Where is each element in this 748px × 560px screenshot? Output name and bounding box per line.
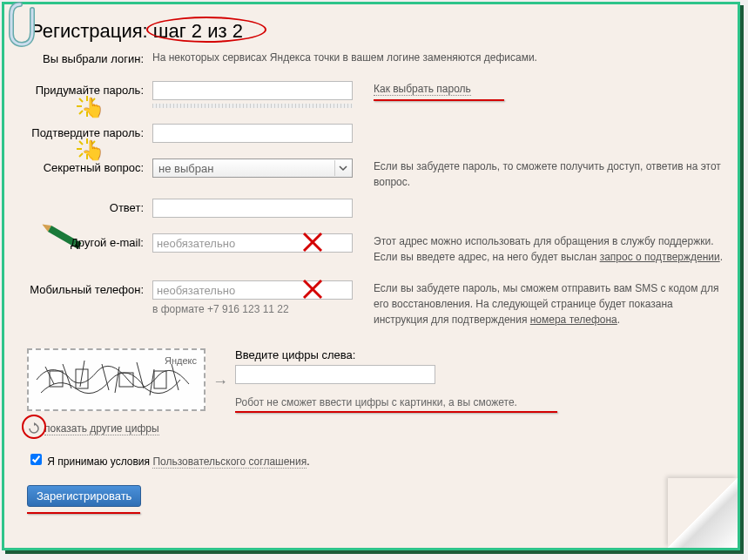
password-label: Придумайте пароль: — [15, 81, 152, 97]
login-label: Вы выбрали логин: — [15, 50, 152, 65]
password-input[interactable] — [152, 81, 353, 100]
arrow-right-icon: → — [212, 373, 228, 391]
svg-line-4 — [79, 98, 83, 102]
captcha-input[interactable] — [235, 365, 435, 384]
svg-line-6 — [79, 111, 83, 114]
email-input[interactable] — [152, 233, 353, 253]
secret-label: Секретный вопрос: — [15, 159, 152, 174]
login-note: На некоторых сервисах Яндекса точки в ва… — [152, 50, 727, 65]
svg-line-13 — [91, 153, 95, 157]
phone-note: Если вы забудете пароль, мы сможем отпра… — [360, 280, 727, 327]
page-curl-decoration — [668, 478, 738, 548]
submit-button[interactable]: Зарегистрировать — [27, 485, 141, 507]
email-note: Этот адрес можно использовать для обраще… — [360, 233, 727, 265]
svg-line-14 — [79, 153, 83, 157]
secret-question-select[interactable]: не выбран — [152, 159, 353, 178]
answer-label: Ответ: — [15, 199, 152, 214]
confirm-input[interactable] — [152, 124, 353, 143]
password-tip-link[interactable]: Как выбрать пароль — [374, 83, 471, 96]
email-confirm-link[interactable]: запрос о подтверждении — [600, 251, 720, 263]
captcha-refresh-link[interactable]: показать другие цифры — [44, 422, 159, 435]
highlight-underline — [374, 99, 504, 101]
svg-marker-16 — [40, 221, 51, 232]
secret-note: Если вы забудете пароль, то сможете полу… — [360, 159, 727, 190]
phone-label: Мобильный телефон: — [15, 280, 152, 296]
tos-link[interactable]: Пользовательского соглашения — [152, 455, 307, 469]
confirm-label: Подтвердите пароль: — [15, 124, 152, 139]
highlight-underline — [27, 512, 140, 514]
pointer-hand-icon: 👆 — [81, 97, 104, 119]
page-title: Регистрация: шаг 2 из 2 — [30, 20, 738, 43]
svg-rect-25 — [119, 373, 133, 387]
click-burst-icon — [74, 93, 100, 119]
refresh-icon — [27, 422, 41, 435]
highlight-underline — [235, 411, 557, 413]
svg-line-7 — [91, 98, 95, 102]
tos-text: Я принимаю условия — [47, 455, 152, 468]
answer-input[interactable] — [152, 199, 353, 218]
captcha-hint: Робот не сможет ввести цифры с картинки,… — [235, 396, 727, 408]
svg-line-15 — [91, 141, 95, 145]
phone-confirm-link[interactable]: номера телефона — [530, 314, 617, 326]
password-strength-meter — [152, 104, 353, 108]
paperclip-icon — [3, 0, 41, 51]
svg-line-12 — [79, 141, 83, 145]
phone-input[interactable] — [152, 280, 353, 300]
email-label: Другой e-mail: — [15, 233, 152, 249]
captcha-image: Яндекс — [27, 348, 206, 411]
phone-hint: в формате +7 916 123 11 22 — [152, 303, 360, 315]
tos-checkbox[interactable] — [30, 454, 42, 465]
svg-line-5 — [91, 111, 95, 114]
captcha-title: Введите цифры слева: — [235, 348, 727, 361]
chevron-down-icon — [334, 160, 350, 176]
